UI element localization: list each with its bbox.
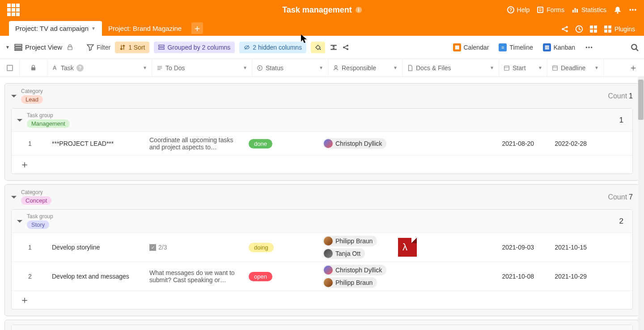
tab-strip: Project: TV ad campaign ▼ Project: Brand… xyxy=(0,20,644,36)
paint-bucket-icon[interactable] xyxy=(311,42,325,53)
cell-docs[interactable] xyxy=(394,132,490,155)
scrollbar-thumb[interactable] xyxy=(638,80,644,120)
timeline-view-button[interactable]: ≡ Timeline xyxy=(499,43,533,51)
plugins-link[interactable]: Plugins xyxy=(604,25,635,33)
cell-start[interactable]: 2021-10-08 xyxy=(490,262,538,291)
cell-todos[interactable]: ✓2/3 xyxy=(146,233,245,262)
help-link[interactable]: ? Help xyxy=(507,6,530,13)
add-row[interactable]: ＋ xyxy=(12,156,632,173)
cell-docs[interactable] xyxy=(394,233,490,262)
plus-icon[interactable]: ＋ xyxy=(20,293,30,307)
cell-deadline[interactable]: 2022-02-28 xyxy=(538,132,590,155)
person-chip[interactable]: Philipp Braun xyxy=(323,277,377,288)
cell-task[interactable]: ***PROJECT LEAD*** xyxy=(48,132,146,155)
todo-text: What messages do we want to submit? Cast… xyxy=(149,269,242,283)
column-responsible[interactable]: Responsible ▼ xyxy=(328,59,402,76)
cell-todos[interactable]: What messages do we want to submit? Cast… xyxy=(146,262,245,291)
svg-rect-53 xyxy=(504,66,509,70)
table-row[interactable]: 1 Develop storyline ✓2/3 doing Philipp B… xyxy=(12,233,632,262)
cell-start[interactable]: 2021-09-03 xyxy=(490,233,538,262)
calendar-view-button[interactable]: ▦ Calendar xyxy=(453,43,489,51)
cell-status[interactable]: done xyxy=(245,132,321,155)
svg-point-41 xyxy=(586,47,587,48)
person-chip[interactable]: Philipp Braun xyxy=(323,236,377,246)
collapse-caret-icon[interactable] xyxy=(17,220,22,225)
column-todos[interactable]: To Dos ▼ xyxy=(152,59,252,76)
cell-todos[interactable]: Coordinate all upcoming tasks and projec… xyxy=(146,132,245,155)
text-icon: A xyxy=(52,65,58,71)
history-icon[interactable] xyxy=(575,25,583,33)
todo-counter: ✓2/3 xyxy=(149,244,167,251)
cell-status[interactable]: doing xyxy=(245,233,321,262)
more-icon[interactable] xyxy=(629,6,637,14)
group-card: Category Concept Count7 Task group Story… xyxy=(4,184,640,316)
person-chip[interactable]: Christoph Dyllick xyxy=(323,265,386,275)
cell-start[interactable]: 2021-08-20 xyxy=(490,132,538,155)
chevron-down-icon: ▼ xyxy=(393,65,398,70)
cell-responsible[interactable]: Christoph DyllickPhilipp Braun xyxy=(321,262,394,291)
pdf-icon[interactable] xyxy=(398,238,417,257)
cell-deadline[interactable]: 2021-10-29 xyxy=(538,262,590,291)
dashboard-icon[interactable] xyxy=(589,25,597,33)
apps-grid-icon[interactable] xyxy=(7,4,20,16)
collapse-caret-icon[interactable] xyxy=(17,119,22,124)
table-row[interactable]: 1 ***PROJECT LEAD*** Coordinate all upco… xyxy=(12,132,632,156)
collapse-caret-icon[interactable] xyxy=(11,95,17,100)
column-task[interactable]: A Task ? ▼ xyxy=(47,59,152,76)
column-deadline[interactable]: Deadline ▼ xyxy=(547,59,604,76)
svg-point-38 xyxy=(347,48,348,50)
sort-button[interactable]: 1 Sort xyxy=(115,42,149,53)
hidden-columns-button[interactable]: 2 hidden columns xyxy=(239,42,306,53)
statistics-link[interactable]: Statistics xyxy=(572,6,606,13)
table-row[interactable]: 2 Develop text and messages What message… xyxy=(12,262,632,291)
group-button[interactable]: Grouped by 2 columns xyxy=(154,42,235,53)
cell-task[interactable]: Develop storyline xyxy=(48,233,146,262)
toolbar-menu-chevron-icon[interactable]: ▼ xyxy=(5,45,10,50)
tab-project-tv-ad[interactable]: Project: TV ad campaign ▼ xyxy=(9,21,102,36)
project-view-button[interactable]: Project View xyxy=(14,43,62,51)
person-name: Christoph Dyllick xyxy=(335,267,382,274)
cell-task[interactable]: Develop text and messages xyxy=(48,262,146,291)
kanban-view-button[interactable]: ▥ Kanban xyxy=(543,43,575,51)
row-height-icon[interactable] xyxy=(330,43,338,51)
person-chip[interactable]: Tanja Ott xyxy=(323,248,365,259)
column-start[interactable]: Start ▼ xyxy=(499,59,547,76)
subgroup-header[interactable]: Task group Management 1 xyxy=(12,109,632,132)
category-label: Category xyxy=(21,88,43,94)
cell-deadline[interactable]: 2021-10-15 xyxy=(538,233,590,262)
cell-docs[interactable] xyxy=(394,262,490,291)
select-all-checkbox[interactable] xyxy=(0,59,20,76)
svg-point-52 xyxy=(335,65,337,68)
info-icon[interactable]: i xyxy=(356,7,362,13)
group-header[interactable]: Category Lead Count1 xyxy=(5,84,639,108)
filter-button[interactable]: Filter xyxy=(87,44,110,51)
cell-responsible[interactable]: Christoph Dyllick xyxy=(321,132,394,155)
more-views-icon[interactable] xyxy=(585,43,593,51)
forms-link[interactable]: Forms xyxy=(537,6,564,13)
cell-status[interactable]: open xyxy=(245,262,321,291)
avatar xyxy=(324,266,333,275)
add-column-button[interactable]: ＋ xyxy=(623,59,644,76)
collapse-caret-icon[interactable] xyxy=(11,196,17,201)
taskgroup-label: Task group xyxy=(27,112,70,118)
group-header[interactable]: Category Concept Count7 xyxy=(5,185,639,209)
tab-project-brand-magazine[interactable]: Project: Brand Magazine xyxy=(102,21,188,36)
scrollbar[interactable] xyxy=(638,77,644,330)
svg-rect-2 xyxy=(538,7,543,13)
svg-rect-7 xyxy=(576,9,578,13)
share-button[interactable] xyxy=(342,44,349,51)
checkbox-icon: ✓ xyxy=(149,244,156,251)
lock-icon[interactable] xyxy=(67,44,73,51)
add-tab-button[interactable]: ＋ xyxy=(191,22,203,34)
search-icon[interactable] xyxy=(631,43,639,51)
subgroup-header[interactable]: Task group Story 2 xyxy=(12,210,632,233)
cell-responsible[interactable]: Philipp BraunTanja Ott xyxy=(321,233,394,262)
column-status[interactable]: Status ▼ xyxy=(252,59,328,76)
plus-icon[interactable]: ＋ xyxy=(20,158,30,171)
column-docs[interactable]: Docs & Files ▼ xyxy=(402,59,499,76)
row-number: 1 xyxy=(12,233,48,262)
person-chip[interactable]: Christoph Dyllick xyxy=(323,138,386,149)
bell-icon[interactable] xyxy=(614,6,622,14)
share-icon[interactable] xyxy=(561,25,569,33)
add-row[interactable]: ＋ xyxy=(12,291,632,309)
